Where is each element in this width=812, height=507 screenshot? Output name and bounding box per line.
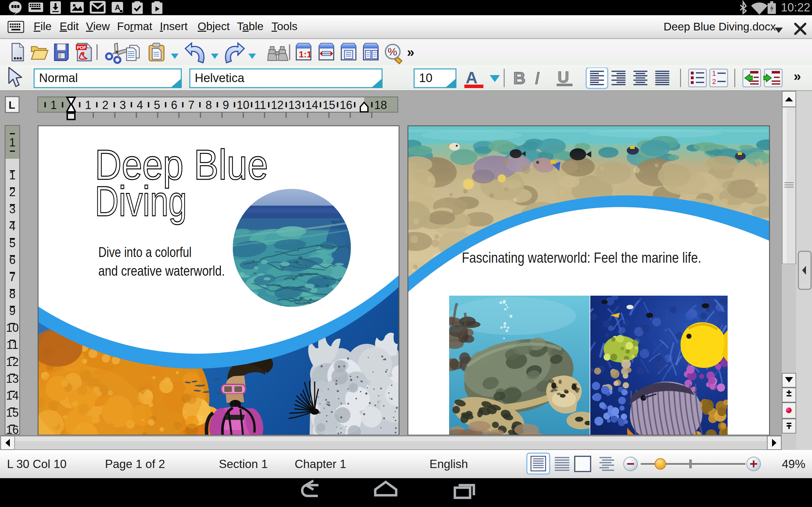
- svg-text:and creative waterworld.: and creative waterworld.: [98, 263, 225, 279]
- svg-text:3: 3: [119, 99, 126, 112]
- svg-text:2: 2: [712, 78, 716, 86]
- svg-text:»: »: [794, 69, 801, 83]
- svg-text:18: 18: [374, 99, 387, 112]
- svg-text:A: A: [115, 3, 120, 12]
- svg-text:10:22: 10:22: [781, 1, 810, 14]
- svg-text:%: %: [388, 46, 397, 58]
- svg-text:1: 1: [9, 136, 15, 149]
- svg-text:15: 15: [322, 99, 335, 112]
- svg-text:7: 7: [188, 99, 194, 112]
- svg-text:L: L: [9, 99, 15, 111]
- svg-text:A: A: [466, 68, 478, 87]
- svg-text:16: 16: [340, 99, 352, 112]
- svg-text:9: 9: [223, 99, 229, 112]
- svg-text:1: 1: [50, 99, 57, 112]
- svg-text:U: U: [558, 68, 569, 86]
- svg-text:1: 1: [712, 69, 716, 77]
- svg-text:8: 8: [206, 99, 212, 112]
- svg-text:14: 14: [305, 99, 318, 112]
- svg-text:»: »: [407, 45, 414, 60]
- svg-text:1:1: 1:1: [299, 49, 311, 59]
- svg-text:10: 10: [237, 99, 249, 112]
- svg-text:Dive into a colorful: Dive into a colorful: [98, 244, 192, 260]
- svg-text:5: 5: [154, 99, 160, 112]
- svg-text:Fascinating waterworld: Feel t: Fascinating waterworld: Feel the marine …: [462, 249, 701, 266]
- svg-text:6: 6: [171, 99, 177, 112]
- svg-text:PDF: PDF: [77, 45, 86, 50]
- svg-text:13: 13: [288, 99, 301, 112]
- svg-text:B: B: [513, 68, 525, 88]
- svg-text:2: 2: [102, 99, 108, 112]
- svg-text:Diving: Diving: [95, 177, 187, 225]
- svg-text:1: 1: [85, 99, 91, 112]
- svg-text:4: 4: [137, 99, 143, 112]
- svg-text:11: 11: [254, 99, 266, 112]
- svg-text:12: 12: [271, 99, 284, 112]
- svg-text:I: I: [535, 68, 540, 88]
